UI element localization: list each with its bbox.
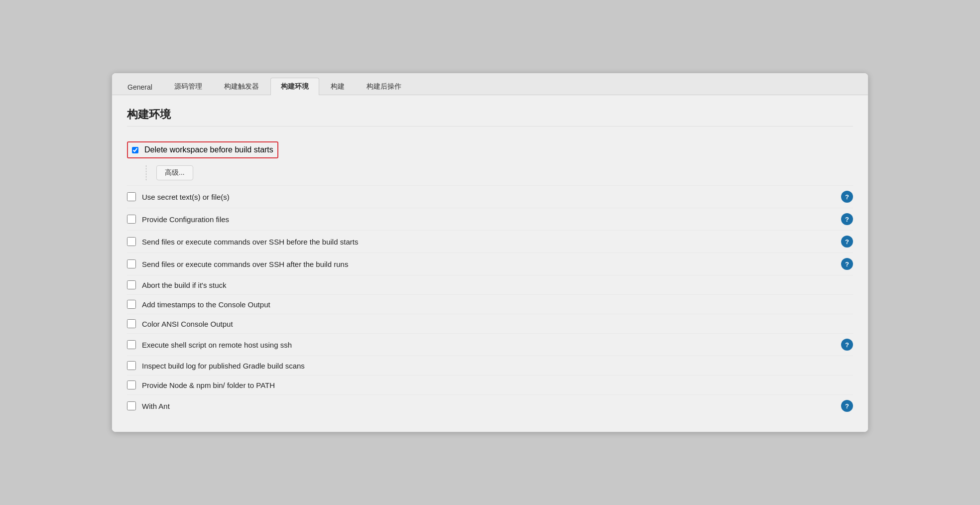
execute-shell-row: Execute shell script on remote host usin… bbox=[127, 334, 853, 356]
color-ansi-checkbox[interactable] bbox=[127, 319, 136, 328]
ssh-before-checkbox[interactable] bbox=[127, 237, 136, 246]
tab-triggers[interactable]: 构建触发器 bbox=[214, 78, 269, 95]
with-ant-help-icon[interactable]: ? bbox=[841, 400, 853, 412]
provide-config-row: Provide Configuration files ? bbox=[127, 208, 853, 231]
provide-config-checkbox[interactable] bbox=[127, 215, 136, 224]
delete-workspace-highlighted: Delete workspace before build starts bbox=[127, 141, 278, 158]
color-ansi-row: Color ANSI Console Output bbox=[127, 314, 853, 334]
abort-stuck-row: Abort the build if it's stuck bbox=[127, 275, 853, 295]
use-secret-row: Use secret text(s) or file(s) ? bbox=[127, 186, 853, 208]
inspect-gradle-label[interactable]: Inspect build log for published Gradle b… bbox=[127, 361, 853, 370]
ssh-before-help-icon[interactable]: ? bbox=[841, 236, 853, 248]
delete-workspace-wrapper: Delete workspace before build starts bbox=[127, 136, 853, 162]
inspect-gradle-row: Inspect build log for published Gradle b… bbox=[127, 356, 853, 376]
content-area: 构建环境 Delete workspace before build start… bbox=[112, 95, 868, 432]
add-timestamps-checkbox[interactable] bbox=[127, 300, 136, 309]
ssh-after-row: Send files or execute commands over SSH … bbox=[127, 253, 853, 275]
tab-env[interactable]: 构建环境 bbox=[270, 78, 319, 95]
with-ant-label[interactable]: With Ant bbox=[127, 401, 841, 410]
use-secret-checkbox[interactable] bbox=[127, 192, 136, 201]
execute-shell-help-icon[interactable]: ? bbox=[841, 339, 853, 351]
provide-config-help-icon[interactable]: ? bbox=[841, 213, 853, 225]
tab-post[interactable]: 构建后操作 bbox=[356, 78, 412, 95]
advanced-area: 高级... bbox=[127, 162, 853, 186]
ssh-after-checkbox[interactable] bbox=[127, 259, 136, 268]
tab-scm[interactable]: 源码管理 bbox=[164, 78, 213, 95]
execute-shell-label[interactable]: Execute shell script on remote host usin… bbox=[127, 340, 841, 349]
ssh-before-label[interactable]: Send files or execute commands over SSH … bbox=[127, 237, 841, 246]
tab-build[interactable]: 构建 bbox=[320, 78, 355, 95]
add-timestamps-label[interactable]: Add timestamps to the Console Output bbox=[127, 300, 853, 309]
provide-node-checkbox[interactable] bbox=[127, 380, 136, 389]
ssh-after-label[interactable]: Send files or execute commands over SSH … bbox=[127, 259, 841, 268]
abort-stuck-checkbox[interactable] bbox=[127, 280, 136, 289]
delete-workspace-checkbox[interactable] bbox=[132, 147, 138, 153]
ssh-before-row: Send files or execute commands over SSH … bbox=[127, 231, 853, 253]
tab-general[interactable]: General bbox=[117, 79, 163, 95]
inspect-gradle-checkbox[interactable] bbox=[127, 361, 136, 370]
with-ant-checkbox[interactable] bbox=[127, 401, 136, 410]
execute-shell-checkbox[interactable] bbox=[127, 340, 136, 349]
color-ansi-label[interactable]: Color ANSI Console Output bbox=[127, 319, 853, 328]
main-window: General 源码管理 构建触发器 构建环境 构建 构建后操作 构建环境 De… bbox=[112, 73, 868, 432]
add-timestamps-row: Add timestamps to the Console Output bbox=[127, 295, 853, 314]
ssh-after-help-icon[interactable]: ? bbox=[841, 258, 853, 270]
provide-node-label[interactable]: Provide Node & npm bin/ folder to PATH bbox=[127, 380, 853, 389]
tab-bar: General 源码管理 构建触发器 构建环境 构建 构建后操作 bbox=[112, 73, 868, 95]
use-secret-help-icon[interactable]: ? bbox=[841, 191, 853, 203]
section-title: 构建环境 bbox=[127, 107, 853, 126]
with-ant-row: With Ant ? bbox=[127, 395, 853, 417]
use-secret-label[interactable]: Use secret text(s) or file(s) bbox=[127, 192, 841, 201]
abort-stuck-label[interactable]: Abort the build if it's stuck bbox=[127, 280, 853, 289]
advanced-button[interactable]: 高级... bbox=[156, 165, 193, 180]
provide-node-row: Provide Node & npm bin/ folder to PATH bbox=[127, 376, 853, 395]
provide-config-label[interactable]: Provide Configuration files bbox=[127, 215, 841, 224]
delete-workspace-label[interactable]: Delete workspace before build starts bbox=[144, 145, 273, 154]
advanced-indent: 高级... bbox=[146, 165, 853, 180]
